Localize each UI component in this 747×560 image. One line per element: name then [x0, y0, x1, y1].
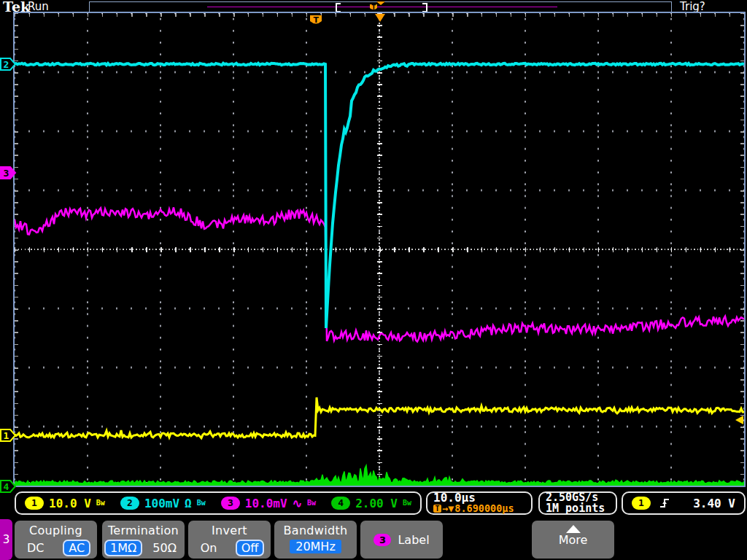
trigger-position-t-icon[interactable]: T — [309, 15, 322, 27]
menu-channel-number: 3 — [3, 533, 10, 546]
channel-2-position-marker[interactable]: 2 — [0, 57, 18, 71]
label-button[interactable]: 3 Label — [360, 521, 443, 559]
invert-on-option[interactable]: On — [195, 540, 223, 556]
bottom-menu: 3 Coupling DC AC Termination 1MΩ 50Ω Inv… — [0, 519, 747, 560]
ch4-scale: 2.00 V — [355, 497, 398, 510]
trigger-status: Trig? — [680, 1, 705, 12]
menu-channel-tab: 3 — [0, 519, 12, 560]
coupling-title: Coupling — [15, 524, 97, 537]
more-up-arrow-icon — [566, 525, 581, 533]
invert-title: Invert — [188, 524, 271, 537]
ch2-bandwidth-limit-icon: Bw — [197, 499, 206, 507]
termination-title: Termination — [102, 524, 185, 537]
trigger-readout: 1 3.40 V — [622, 491, 746, 515]
ch3-trace — [15, 207, 744, 341]
record-expansion-triangle-icon — [376, 1, 385, 5]
ch3-scale: 10.0mV — [245, 497, 287, 510]
svg-text:1: 1 — [4, 430, 9, 441]
record-length: 1M points — [546, 503, 610, 514]
invert-off-option[interactable]: Off — [236, 540, 265, 556]
bandwidth-title: Bandwidth — [274, 524, 357, 537]
delay-value: 8.690000µs — [454, 503, 514, 514]
channel-4-position-marker[interactable]: 4 — [0, 479, 18, 494]
more-button[interactable]: More — [532, 521, 614, 559]
waveform-display — [15, 13, 744, 486]
termination-button[interactable]: Termination 1MΩ 50Ω — [102, 521, 185, 559]
label-title: Label — [398, 533, 429, 547]
ch1-bandwidth-limit-icon: Bw — [96, 499, 105, 507]
trigger-level-value: 3.40 V — [693, 497, 735, 510]
ch1-trace — [15, 397, 744, 438]
acquisition-readout: 2.50GS/s 1M points — [538, 491, 617, 515]
record-view-bar: T — [89, 1, 672, 12]
ch3-coupling-icon: ∿ — [293, 497, 302, 510]
svg-text:4: 4 — [4, 481, 9, 492]
termination-1mohm-option[interactable]: 1MΩ — [104, 540, 142, 556]
svg-text:2: 2 — [4, 59, 9, 70]
record-line — [207, 7, 557, 7]
expansion-point-triangle-icon — [374, 14, 386, 23]
svg-text:T: T — [314, 15, 320, 25]
ch1-badge: 1 — [25, 497, 44, 510]
timebase-scale: 10.0µs — [433, 492, 525, 503]
ch3-readout: 3 10.0mV ∿ Bw — [221, 497, 316, 510]
coupling-button[interactable]: Coupling DC AC — [15, 521, 97, 559]
trigger-source-badge: 1 — [632, 497, 651, 510]
ch4-readout: 4 2.00 V Bw — [331, 497, 411, 510]
ch2-scale: 100mV — [144, 497, 179, 510]
bandwidth-button[interactable]: Bandwidth 20MHz — [274, 521, 357, 559]
ch2-readout: 2 100mV Ω Bw — [120, 497, 206, 510]
ch2-trace — [15, 63, 744, 328]
more-title: More — [532, 533, 614, 547]
ch1-scale: 10.0 V — [49, 497, 91, 510]
ch2-badge: 2 — [120, 497, 139, 510]
ch4-trace — [15, 465, 744, 486]
termination-50ohm-option[interactable]: 50Ω — [147, 540, 182, 556]
bandwidth-value: 20MHz — [290, 540, 341, 553]
channel-readout-bar: 1 10.0 V Bw 2 100mV Ω Bw 3 10.0mV ∿ Bw 4… — [15, 491, 422, 515]
acquisition-status: Run — [28, 1, 49, 12]
channel-1-position-marker[interactable]: 1 — [0, 428, 18, 443]
timebase-readout: 10.0µs T→▼8.690000µs — [426, 491, 533, 515]
ch3-badge: 3 — [221, 497, 240, 510]
label-channel-badge: 3 — [374, 534, 391, 546]
trigger-t-icon: T — [433, 505, 441, 513]
graticule — [15, 13, 744, 486]
ch2-impedance-icon: Ω — [185, 497, 192, 510]
invert-button[interactable]: Invert On Off — [188, 521, 271, 559]
channel-3-position-marker[interactable]: 3 — [0, 166, 18, 180]
ch1-readout: 1 10.0 V Bw — [25, 497, 105, 510]
delay-arrows-icon: →▼ — [442, 503, 454, 514]
ch4-bandwidth-limit-icon: Bw — [403, 499, 411, 507]
ch3-bandwidth-limit-icon: Bw — [307, 499, 316, 507]
trigger-level-arrow-icon[interactable] — [734, 414, 744, 426]
coupling-dc-option[interactable]: DC — [21, 540, 50, 556]
svg-text:3: 3 — [4, 168, 9, 179]
trigger-delay-readout: T→▼8.690000µs — [433, 503, 525, 514]
rising-edge-icon — [658, 497, 671, 509]
oscilloscope-screen: Tek Run Trig? T 1 10.0 V Bw 2 100mV Ω Bw… — [0, 0, 747, 560]
coupling-ac-option[interactable]: AC — [63, 540, 90, 556]
ch4-badge: 4 — [331, 497, 350, 510]
svg-text:T: T — [372, 4, 376, 11]
